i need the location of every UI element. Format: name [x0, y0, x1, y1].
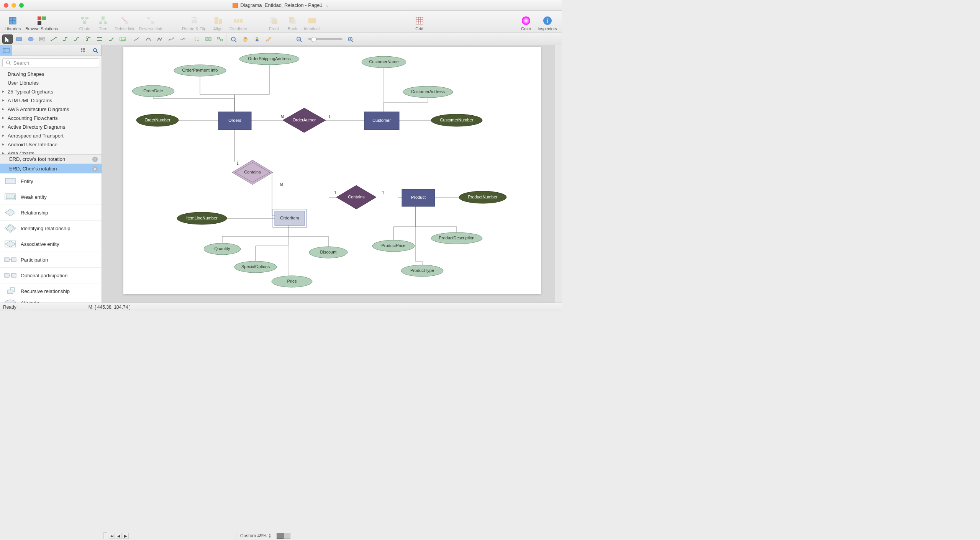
stencil-attribute[interactable]: Attribute [0, 299, 102, 303]
attr-customer-number[interactable]: CustomerNumber [431, 114, 482, 126]
lib-area[interactable]: Area Charts [0, 149, 102, 154]
svg-rect-24 [219, 19, 222, 24]
attr-product-description[interactable]: ProductDescription [431, 232, 482, 244]
svg-line-52 [134, 38, 139, 41]
chevron-down-icon[interactable]: ⌄ [326, 3, 329, 8]
snap-tool-2[interactable] [203, 34, 214, 44]
rect-tool[interactable] [14, 34, 25, 44]
attr-item-line-number[interactable]: ItemLineNumber [177, 212, 227, 224]
color-icon [521, 16, 531, 26]
entity-customer[interactable]: Customer [364, 112, 399, 130]
attr-customer-address[interactable]: CustomerAddress [403, 86, 453, 98]
sidebar-grid-view[interactable] [77, 45, 89, 56]
lib-drawing-shapes[interactable]: Drawing Shapes [0, 70, 102, 79]
lib-user-libraries[interactable]: User Libraries [0, 79, 102, 87]
stencil-participation[interactable]: Participation [0, 252, 102, 268]
sidebar-filter-field[interactable] [12, 45, 77, 56]
connector-tool-3[interactable] [71, 34, 82, 44]
attr-product-type[interactable]: ProductType [401, 265, 443, 277]
zoom-slider[interactable] [308, 38, 343, 40]
zoom-tool[interactable] [229, 34, 239, 44]
attr-order-payment[interactable]: OrderPayment Info [174, 65, 226, 76]
connector-tool-2[interactable] [60, 34, 70, 44]
spline-tool[interactable] [166, 34, 177, 44]
lib-aws[interactable]: AWS Architecture Diagrams [0, 105, 102, 114]
svg-rect-91 [11, 273, 16, 277]
attr-quantity[interactable]: Quantity [204, 243, 241, 255]
attr-order-shipping[interactable]: OrderShippingAddress [239, 53, 299, 65]
lib-atm[interactable]: ATM UML Diagrams [0, 96, 102, 105]
minimize-window-button[interactable] [11, 3, 16, 8]
close-tab-icon[interactable]: × [92, 166, 98, 172]
ellipse-tool[interactable] [25, 34, 36, 44]
attr-customer-name[interactable]: CustomerName [362, 56, 406, 68]
stencil-identifying[interactable]: Identifying relationship [0, 221, 102, 236]
sidebar-header [0, 45, 102, 56]
close-window-button[interactable] [4, 3, 8, 8]
stencil-weak-entity[interactable]: Weak entity [0, 189, 102, 205]
entity-orders[interactable]: Orders [218, 112, 251, 130]
entity-orderitem[interactable]: OrderItem [273, 209, 306, 227]
rel-orderauthor[interactable]: OrderAuthor [283, 108, 326, 133]
snap-tool-3[interactable] [215, 34, 225, 44]
stencil-optional[interactable]: Optional participation [0, 268, 102, 283]
connector-tool-5[interactable] [94, 34, 105, 44]
tab-chens[interactable]: ERD, Chen's notation × [0, 164, 102, 173]
polyline-tool[interactable] [154, 34, 165, 44]
attr-order-date[interactable]: OrderDate [132, 85, 174, 97]
line-tool[interactable] [131, 34, 142, 44]
rel-contains-2[interactable]: Contains [336, 185, 376, 209]
libraries-button[interactable]: Libraries [2, 16, 23, 31]
insert-image-tool[interactable] [117, 34, 128, 44]
lib-orgcharts[interactable]: 25 Typical Orgcharts [0, 87, 102, 96]
curve-tool[interactable] [143, 34, 154, 44]
attr-price[interactable]: Price [272, 276, 312, 287]
lib-android[interactable]: Android User Interface [0, 140, 102, 149]
search-input[interactable]: Search [2, 58, 99, 67]
svg-text:1: 1 [382, 191, 384, 195]
stencil-relationship[interactable]: Relationship [0, 205, 102, 221]
snap-tool-1[interactable] [192, 34, 202, 44]
hand-tool[interactable] [240, 34, 251, 44]
pointer-tool[interactable] [2, 34, 13, 44]
lib-accounting[interactable]: Accounting Flowcharts [0, 114, 102, 123]
connector-tool-4[interactable] [83, 34, 93, 44]
attr-discount[interactable]: Discount [309, 247, 347, 258]
color-button[interactable]: Color [517, 16, 535, 31]
attr-order-number[interactable]: OrderNumber [136, 114, 179, 126]
close-tab-icon[interactable]: × [92, 157, 98, 162]
canvas-page[interactable]: M 1 1 M 1 1 OrderDate OrderPayment Info … [123, 47, 541, 294]
pencil-tool[interactable] [263, 34, 274, 44]
stencil-entity[interactable]: Entity [0, 173, 102, 189]
svg-rect-44 [39, 37, 45, 41]
stencil-associative[interactable]: Associative entity [0, 236, 102, 252]
svg-rect-13 [104, 22, 107, 24]
svg-point-77 [7, 61, 10, 64]
sidebar-search-button[interactable] [89, 45, 102, 56]
zoom-in-button[interactable] [346, 34, 356, 44]
canvas-area[interactable]: M 1 1 M 1 1 OrderDate OrderPayment Info … [102, 45, 555, 303]
attr-product-price[interactable]: ProductPrice [372, 240, 415, 252]
lib-ad[interactable]: Active Directory Diagrams [0, 123, 102, 131]
search-icon [6, 60, 11, 65]
connector-tool-6[interactable] [106, 34, 116, 44]
maximize-window-button[interactable] [19, 3, 24, 8]
lib-aerospace[interactable]: Aerospace and Transport [0, 131, 102, 140]
svg-rect-12 [99, 22, 102, 24]
text-tool[interactable] [37, 34, 48, 44]
browse-solutions-button[interactable]: Browse Solutions [23, 16, 60, 31]
stencil-recursive[interactable]: Recursive relationship [0, 283, 102, 299]
zoom-out-button[interactable] [294, 34, 305, 44]
crop-tool[interactable] [252, 34, 262, 44]
attr-product-number[interactable]: ProductNumber [459, 191, 506, 203]
freehand-tool[interactable] [177, 34, 188, 44]
connector-tool-1[interactable] [48, 34, 59, 44]
inspectors-button[interactable]: i Inspectors [535, 16, 559, 31]
document-title: Diagrama_Entidad_Relacion - Page1 [240, 2, 323, 8]
sidebar-toggle-button[interactable] [0, 45, 12, 56]
attr-special-options[interactable]: SpecialOptions [234, 261, 277, 273]
tab-crows-foot[interactable]: ERD, crow's foot notation × [0, 154, 102, 164]
entity-product[interactable]: Product [402, 189, 435, 206]
grid-button[interactable]: Grid [410, 16, 429, 31]
svg-rect-29 [270, 17, 276, 23]
